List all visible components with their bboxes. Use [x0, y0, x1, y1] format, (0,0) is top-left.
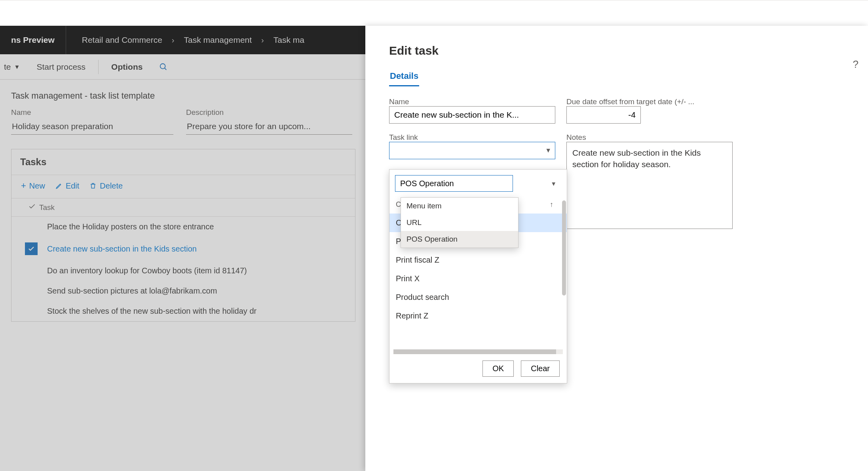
horizontal-scrollbar-thumb[interactable] [393, 349, 556, 354]
field-label-tasklink: Task link [389, 133, 555, 142]
lookup-option[interactable]: Reprint Z [389, 307, 567, 325]
link-type-select[interactable] [395, 175, 513, 192]
link-type-options: Menu item URL POS Operation [401, 197, 519, 248]
chevron-down-icon[interactable]: ▼ [551, 180, 557, 187]
field-label-notes: Notes [566, 133, 733, 142]
sort-ascending-icon[interactable]: ↑ [550, 200, 553, 209]
vertical-scrollbar[interactable] [562, 200, 566, 296]
modal-overlay [0, 0, 868, 26]
task-link-input[interactable] [389, 142, 555, 159]
edit-task-panel: ? Edit task Details Name Task link ▼ [365, 26, 868, 471]
lookup-option[interactable]: Product search [389, 288, 567, 307]
link-type-option[interactable]: Menu item [401, 198, 518, 214]
task-name-input[interactable] [389, 106, 555, 124]
link-type-option[interactable]: POS Operation [401, 231, 518, 248]
due-offset-input[interactable] [566, 106, 641, 124]
field-label-due-offset: Due date offset from target date (+/- ..… [566, 97, 733, 106]
notes-textarea[interactable]: Create new sub-section in the Kids secti… [566, 142, 733, 229]
horizontal-scrollbar-track[interactable] [393, 349, 563, 354]
chevron-down-icon[interactable]: ▼ [545, 147, 551, 154]
tab-details[interactable]: Details [389, 69, 419, 86]
task-link-lookup: ▼ Menu item URL POS Operation C ↑ C...PP… [389, 169, 567, 383]
modal-overlay [0, 26, 365, 471]
clear-button[interactable]: Clear [521, 360, 560, 377]
field-label-name: Name [389, 97, 555, 106]
lookup-option[interactable]: Print X [389, 269, 567, 288]
help-icon[interactable]: ? [853, 58, 859, 71]
panel-title: Edit task [389, 44, 844, 57]
link-type-option[interactable]: URL [401, 214, 518, 231]
ok-button[interactable]: OK [482, 360, 514, 377]
lookup-option[interactable]: Print fiscal Z [389, 251, 567, 269]
